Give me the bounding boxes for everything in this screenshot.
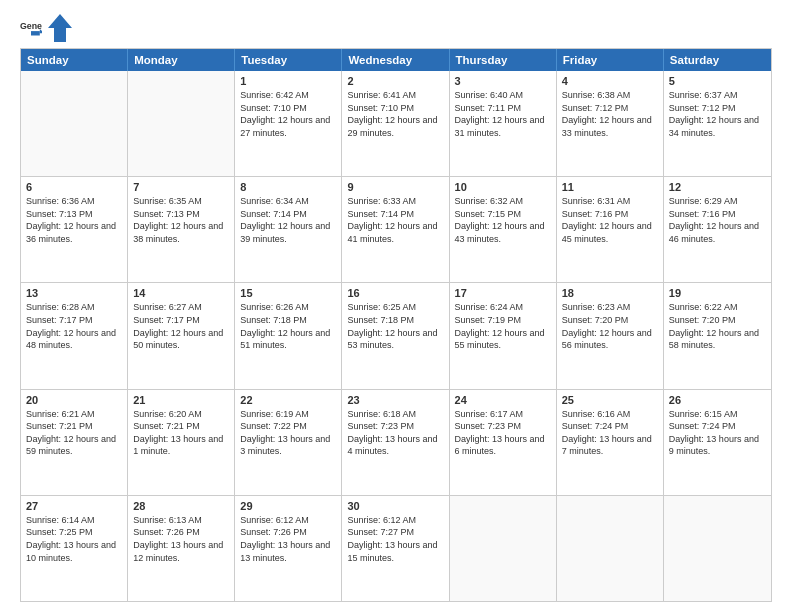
svg-marker-3 — [48, 14, 72, 42]
calendar-cell: 13Sunrise: 6:28 AM Sunset: 7:17 PM Dayli… — [21, 283, 128, 388]
svg-marker-1 — [31, 31, 40, 35]
calendar-row-2: 6Sunrise: 6:36 AM Sunset: 7:13 PM Daylig… — [21, 177, 771, 283]
day-info: Sunrise: 6:27 AM Sunset: 7:17 PM Dayligh… — [133, 301, 229, 351]
day-number: 17 — [455, 287, 551, 299]
day-info: Sunrise: 6:18 AM Sunset: 7:23 PM Dayligh… — [347, 408, 443, 458]
day-number: 14 — [133, 287, 229, 299]
calendar-cell: 11Sunrise: 6:31 AM Sunset: 7:16 PM Dayli… — [557, 177, 664, 282]
logo: General — [20, 18, 72, 42]
day-number: 11 — [562, 181, 658, 193]
day-info: Sunrise: 6:28 AM Sunset: 7:17 PM Dayligh… — [26, 301, 122, 351]
calendar-cell: 12Sunrise: 6:29 AM Sunset: 7:16 PM Dayli… — [664, 177, 771, 282]
calendar-cell: 8Sunrise: 6:34 AM Sunset: 7:14 PM Daylig… — [235, 177, 342, 282]
day-info: Sunrise: 6:13 AM Sunset: 7:26 PM Dayligh… — [133, 514, 229, 564]
day-info: Sunrise: 6:37 AM Sunset: 7:12 PM Dayligh… — [669, 89, 766, 139]
calendar-cell — [664, 496, 771, 601]
calendar-cell: 19Sunrise: 6:22 AM Sunset: 7:20 PM Dayli… — [664, 283, 771, 388]
day-number: 20 — [26, 394, 122, 406]
calendar-cell: 29Sunrise: 6:12 AM Sunset: 7:26 PM Dayli… — [235, 496, 342, 601]
calendar-cell: 26Sunrise: 6:15 AM Sunset: 7:24 PM Dayli… — [664, 390, 771, 495]
day-number: 3 — [455, 75, 551, 87]
day-info: Sunrise: 6:23 AM Sunset: 7:20 PM Dayligh… — [562, 301, 658, 351]
logo-icon — [48, 14, 72, 42]
day-number: 22 — [240, 394, 336, 406]
day-number: 12 — [669, 181, 766, 193]
day-number: 26 — [669, 394, 766, 406]
calendar-header: SundayMondayTuesdayWednesdayThursdayFrid… — [21, 49, 771, 71]
weekday-header-thursday: Thursday — [450, 49, 557, 71]
day-info: Sunrise: 6:41 AM Sunset: 7:10 PM Dayligh… — [347, 89, 443, 139]
calendar-cell: 9Sunrise: 6:33 AM Sunset: 7:14 PM Daylig… — [342, 177, 449, 282]
day-info: Sunrise: 6:36 AM Sunset: 7:13 PM Dayligh… — [26, 195, 122, 245]
calendar-cell — [128, 71, 235, 176]
day-number: 4 — [562, 75, 658, 87]
calendar: SundayMondayTuesdayWednesdayThursdayFrid… — [20, 48, 772, 602]
calendar-cell: 1Sunrise: 6:42 AM Sunset: 7:10 PM Daylig… — [235, 71, 342, 176]
calendar-cell — [21, 71, 128, 176]
calendar-cell: 22Sunrise: 6:19 AM Sunset: 7:22 PM Dayli… — [235, 390, 342, 495]
weekday-header-wednesday: Wednesday — [342, 49, 449, 71]
day-info: Sunrise: 6:12 AM Sunset: 7:26 PM Dayligh… — [240, 514, 336, 564]
day-number: 5 — [669, 75, 766, 87]
weekday-header-tuesday: Tuesday — [235, 49, 342, 71]
day-number: 1 — [240, 75, 336, 87]
day-info: Sunrise: 6:31 AM Sunset: 7:16 PM Dayligh… — [562, 195, 658, 245]
calendar-row-3: 13Sunrise: 6:28 AM Sunset: 7:17 PM Dayli… — [21, 283, 771, 389]
day-number: 23 — [347, 394, 443, 406]
calendar-row-5: 27Sunrise: 6:14 AM Sunset: 7:25 PM Dayli… — [21, 496, 771, 601]
day-number: 6 — [26, 181, 122, 193]
calendar-cell — [557, 496, 664, 601]
svg-text:General: General — [20, 21, 42, 31]
calendar-cell: 21Sunrise: 6:20 AM Sunset: 7:21 PM Dayli… — [128, 390, 235, 495]
day-number: 15 — [240, 287, 336, 299]
calendar-cell: 30Sunrise: 6:12 AM Sunset: 7:27 PM Dayli… — [342, 496, 449, 601]
day-number: 19 — [669, 287, 766, 299]
calendar-cell: 4Sunrise: 6:38 AM Sunset: 7:12 PM Daylig… — [557, 71, 664, 176]
day-info: Sunrise: 6:24 AM Sunset: 7:19 PM Dayligh… — [455, 301, 551, 351]
day-info: Sunrise: 6:21 AM Sunset: 7:21 PM Dayligh… — [26, 408, 122, 458]
day-number: 29 — [240, 500, 336, 512]
calendar-cell: 23Sunrise: 6:18 AM Sunset: 7:23 PM Dayli… — [342, 390, 449, 495]
calendar-cell: 25Sunrise: 6:16 AM Sunset: 7:24 PM Dayli… — [557, 390, 664, 495]
day-info: Sunrise: 6:29 AM Sunset: 7:16 PM Dayligh… — [669, 195, 766, 245]
day-number: 27 — [26, 500, 122, 512]
calendar-cell — [450, 496, 557, 601]
calendar-cell: 7Sunrise: 6:35 AM Sunset: 7:13 PM Daylig… — [128, 177, 235, 282]
day-number: 30 — [347, 500, 443, 512]
day-info: Sunrise: 6:34 AM Sunset: 7:14 PM Dayligh… — [240, 195, 336, 245]
day-info: Sunrise: 6:40 AM Sunset: 7:11 PM Dayligh… — [455, 89, 551, 139]
calendar-cell: 6Sunrise: 6:36 AM Sunset: 7:13 PM Daylig… — [21, 177, 128, 282]
calendar-cell: 27Sunrise: 6:14 AM Sunset: 7:25 PM Dayli… — [21, 496, 128, 601]
weekday-header-saturday: Saturday — [664, 49, 771, 71]
day-info: Sunrise: 6:20 AM Sunset: 7:21 PM Dayligh… — [133, 408, 229, 458]
calendar-row-4: 20Sunrise: 6:21 AM Sunset: 7:21 PM Dayli… — [21, 390, 771, 496]
day-info: Sunrise: 6:15 AM Sunset: 7:24 PM Dayligh… — [669, 408, 766, 458]
day-info: Sunrise: 6:22 AM Sunset: 7:20 PM Dayligh… — [669, 301, 766, 351]
calendar-cell: 5Sunrise: 6:37 AM Sunset: 7:12 PM Daylig… — [664, 71, 771, 176]
day-number: 9 — [347, 181, 443, 193]
day-info: Sunrise: 6:32 AM Sunset: 7:15 PM Dayligh… — [455, 195, 551, 245]
day-number: 24 — [455, 394, 551, 406]
day-info: Sunrise: 6:17 AM Sunset: 7:23 PM Dayligh… — [455, 408, 551, 458]
day-number: 8 — [240, 181, 336, 193]
day-number: 18 — [562, 287, 658, 299]
calendar-cell: 15Sunrise: 6:26 AM Sunset: 7:18 PM Dayli… — [235, 283, 342, 388]
calendar-cell: 3Sunrise: 6:40 AM Sunset: 7:11 PM Daylig… — [450, 71, 557, 176]
day-number: 13 — [26, 287, 122, 299]
calendar-body: 1Sunrise: 6:42 AM Sunset: 7:10 PM Daylig… — [21, 71, 771, 601]
day-info: Sunrise: 6:19 AM Sunset: 7:22 PM Dayligh… — [240, 408, 336, 458]
day-info: Sunrise: 6:12 AM Sunset: 7:27 PM Dayligh… — [347, 514, 443, 564]
calendar-cell: 17Sunrise: 6:24 AM Sunset: 7:19 PM Dayli… — [450, 283, 557, 388]
day-info: Sunrise: 6:14 AM Sunset: 7:25 PM Dayligh… — [26, 514, 122, 564]
day-info: Sunrise: 6:35 AM Sunset: 7:13 PM Dayligh… — [133, 195, 229, 245]
day-number: 16 — [347, 287, 443, 299]
day-number: 10 — [455, 181, 551, 193]
calendar-cell: 14Sunrise: 6:27 AM Sunset: 7:17 PM Dayli… — [128, 283, 235, 388]
calendar-cell: 2Sunrise: 6:41 AM Sunset: 7:10 PM Daylig… — [342, 71, 449, 176]
day-info: Sunrise: 6:26 AM Sunset: 7:18 PM Dayligh… — [240, 301, 336, 351]
day-info: Sunrise: 6:38 AM Sunset: 7:12 PM Dayligh… — [562, 89, 658, 139]
day-info: Sunrise: 6:42 AM Sunset: 7:10 PM Dayligh… — [240, 89, 336, 139]
calendar-cell: 10Sunrise: 6:32 AM Sunset: 7:15 PM Dayli… — [450, 177, 557, 282]
calendar-cell: 28Sunrise: 6:13 AM Sunset: 7:26 PM Dayli… — [128, 496, 235, 601]
day-info: Sunrise: 6:33 AM Sunset: 7:14 PM Dayligh… — [347, 195, 443, 245]
